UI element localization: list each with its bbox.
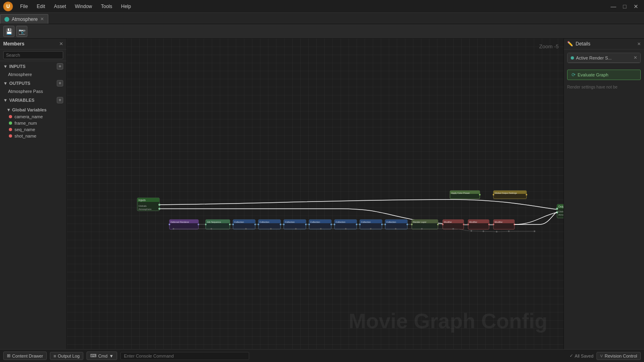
title-bar-right: — □ ✕ (609, 2, 644, 11)
save-button[interactable]: 💾 (3, 26, 14, 37)
inputs-section-header[interactable]: ▼ INPUTS + (0, 61, 66, 71)
inputs-section-label: ▼ INPUTS (3, 64, 25, 69)
cmd-chevron: ▼ (109, 354, 114, 358)
var-frame-dot (9, 121, 12, 125)
graph-area[interactable]: Zoom -5 Movie Graph Config Inputs Global… (67, 39, 564, 349)
render-status-text: Render settings have not be (564, 83, 644, 91)
menu-tools[interactable]: Tools (97, 2, 116, 11)
menu-help[interactable]: Help (117, 2, 135, 11)
minimize-button[interactable]: — (609, 2, 618, 11)
svg-point-5 (159, 204, 161, 206)
details-title: ✏️ Details (567, 41, 590, 47)
svg-text:Render Layer: Render Layer (413, 221, 426, 223)
active-render-header: Active Render S... ✕ (568, 53, 640, 63)
svg-point-10 (169, 224, 170, 225)
menu-edit[interactable]: Edit (33, 2, 49, 11)
svg-text:Globals: Globals (138, 205, 147, 207)
menu-file[interactable]: File (16, 2, 32, 11)
sidebar-search-area (0, 49, 66, 61)
var-shot-label: shot_name (14, 134, 36, 138)
svg-text:Atmosphere Pass: Atmosphere Pass (558, 214, 564, 216)
content-drawer-button[interactable]: ⊞ Content Drawer (3, 352, 47, 360)
inputs-label: INPUTS (9, 64, 25, 69)
tab-label: Atmosphere (12, 16, 38, 22)
global-vars-label: Global Variables (12, 107, 47, 112)
svg-text:Collection: Collection (361, 221, 371, 223)
cmd-icon: ⌨ (90, 353, 97, 358)
sidebar: Members ✕ ▼ INPUTS + Atmosphere ▼ OUTPUT… (0, 39, 67, 349)
sidebar-item-atmosphere-pass[interactable]: Atmosphere Pass (0, 88, 66, 95)
svg-text:Collection: Collection (234, 221, 244, 223)
revision-control-button[interactable]: ⑂ Revision Control (597, 352, 641, 360)
var-camera-name[interactable]: camera_name (0, 113, 66, 120)
svg-text:Modifier: Modifier (495, 221, 503, 223)
save-icon: 💾 (6, 28, 12, 35)
svg-text:Modifier: Modifier (444, 221, 452, 223)
details-label: Details (576, 41, 590, 47)
menu-window[interactable]: Window (71, 2, 96, 11)
outputs-chevron: ▼ (3, 81, 8, 86)
svg-text:Apply Color Preset: Apply Color Preset (451, 192, 470, 194)
svg-text:Collection: Collection (285, 221, 295, 223)
active-render-title: Active Render S... (571, 56, 612, 60)
var-seq-label: seq_name (14, 127, 35, 132)
svg-text:Deferred Renderer: Deferred Renderer (171, 221, 189, 223)
cmd-label: Cmd (98, 354, 107, 358)
revision-label: Revision Control (605, 354, 637, 358)
var-seq-dot (9, 128, 12, 131)
details-panel: ✏️ Details ✕ Active Render S... ✕ ⟳ Eval… (564, 39, 644, 349)
close-button[interactable]: ✕ (631, 2, 641, 11)
active-render-close-button[interactable]: ✕ (634, 55, 637, 60)
title-bar: U File Edit Asset Window Tools Help — □ … (0, 0, 644, 13)
output-log-button[interactable]: ≡ Output Log (50, 352, 83, 360)
sidebar-header: Members ✕ (0, 39, 66, 49)
outputs-add-button[interactable]: + (57, 80, 63, 86)
status-bar: ⊞ Content Drawer ≡ Output Log ⌨ Cmd ▼ ✓ … (0, 349, 644, 362)
save-status-icon: ✓ (570, 353, 573, 358)
active-render-panel: Active Render S... ✕ (567, 53, 641, 63)
details-close-button[interactable]: ✕ (637, 41, 641, 47)
svg-point-86 (556, 208, 558, 210)
svg-point-80 (526, 194, 527, 195)
evaluate-icon: ⟳ (572, 72, 576, 78)
svg-point-79 (493, 194, 494, 195)
svg-point-75 (479, 194, 481, 195)
toolbar: 💾 📷 (0, 24, 644, 39)
svg-text:Modifier: Modifier (469, 221, 477, 223)
outputs-section-header[interactable]: ▼ OUTPUTS + (0, 78, 66, 88)
search-input[interactable] (3, 51, 63, 59)
menu-bar: File Edit Asset Window Tools Help (16, 2, 135, 11)
variables-section: ▼ Global Variables camera_name frame_num… (0, 105, 66, 141)
svg-text:Inputs: Inputs (138, 199, 146, 202)
inputs-add-button[interactable]: + (57, 63, 63, 70)
pencil-icon: ✏️ (567, 41, 573, 47)
svg-text:Job Sequence: Job Sequence (207, 221, 221, 223)
svg-text:Atmosphere: Atmosphere (138, 208, 152, 210)
console-input[interactable] (120, 352, 249, 360)
evaluate-graph-button[interactable]: ⟳ Evaluate Graph (567, 70, 641, 80)
sidebar-item-atmosphere-input[interactable]: Atmosphere (0, 71, 66, 78)
render-status-dot (571, 56, 574, 60)
menu-asset[interactable]: Asset (50, 2, 70, 11)
tab-close-button[interactable]: ✕ (40, 16, 44, 22)
tab-icon (4, 17, 9, 22)
sidebar-close-button[interactable]: ✕ (59, 41, 63, 47)
variables-section-header[interactable]: ▼ VARIABLES + (0, 95, 66, 105)
inputs-chevron: ▼ (3, 64, 8, 69)
content-drawer-label: Content Drawer (12, 354, 43, 358)
output-log-label: Output Log (58, 354, 79, 358)
var-seq-name[interactable]: seq_name (0, 126, 66, 133)
var-shot-name[interactable]: shot_name (0, 133, 66, 139)
active-render-label: Active Render S... (576, 56, 612, 60)
tab-bar: Atmosphere ✕ (0, 13, 644, 24)
tab-atmosphere[interactable]: Atmosphere ✕ (0, 14, 48, 24)
svg-text:Outputs: Outputs (558, 205, 564, 208)
svg-text:Collection: Collection (310, 221, 320, 223)
cmd-button[interactable]: ⌨ Cmd ▼ (87, 352, 117, 360)
variables-add-button[interactable]: + (57, 97, 63, 103)
maximize-button[interactable]: □ (620, 2, 630, 11)
var-frame-num[interactable]: frame_num (0, 120, 66, 126)
node-graph: Inputs Globals Atmosphere Deferred Rende… (67, 39, 564, 349)
camera-button[interactable]: 📷 (16, 26, 27, 37)
var-frame-label: frame_num (14, 121, 37, 125)
